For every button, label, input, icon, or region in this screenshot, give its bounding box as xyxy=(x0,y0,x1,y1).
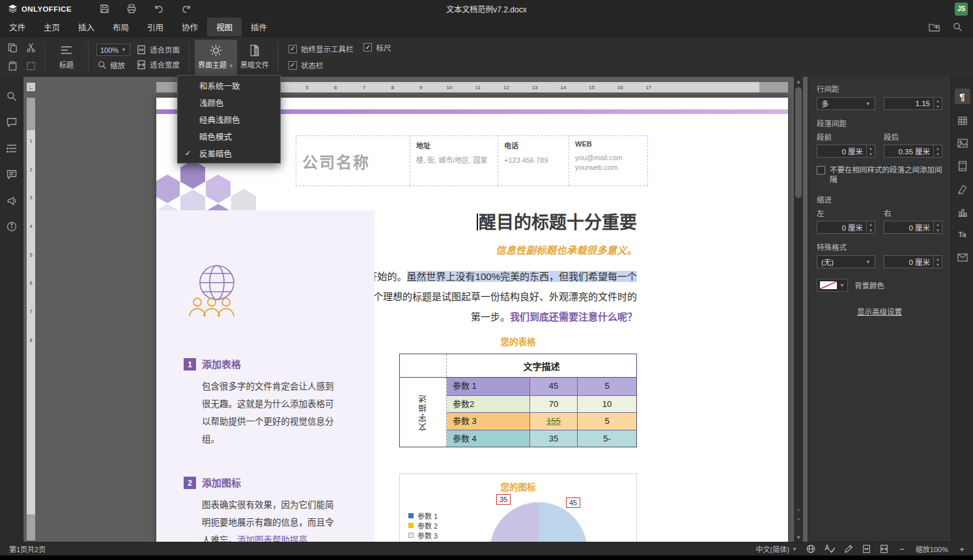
vertical-ruler[interactable]: 12345678 xyxy=(27,98,35,540)
paragraph-settings-icon[interactable]: ¶ xyxy=(955,89,970,104)
zoom-button[interactable]: 缩放 xyxy=(96,60,130,70)
parameters-table[interactable]: 文字描述 文字描述 参数 1 45 5 参数2 70 xyxy=(399,354,637,447)
image-settings-icon[interactable] xyxy=(956,137,969,150)
set-language-icon[interactable] xyxy=(806,544,815,553)
paste-button[interactable] xyxy=(4,58,21,75)
indent-left-spinner[interactable]: 0 厘米 ▲▼ xyxy=(817,221,875,234)
advanced-settings-link[interactable]: 显示高级设置 xyxy=(857,308,902,316)
theme-menu-item[interactable]: ✓ 和系统一致 xyxy=(178,77,280,94)
text-art-settings-icon[interactable]: Ta xyxy=(956,228,969,241)
fit-page-status-icon[interactable] xyxy=(862,544,871,553)
copy-button[interactable] xyxy=(4,40,21,57)
about-icon[interactable] xyxy=(5,220,18,233)
menu-tab[interactable]: 插件 xyxy=(242,18,276,36)
zoom-select[interactable]: 100%▼ xyxy=(96,44,130,56)
spacing-before-spinner[interactable]: 0 厘米 ▲▼ xyxy=(817,145,875,158)
menu-tab[interactable]: 引用 xyxy=(138,18,173,36)
chevron-down-icon: ▼ xyxy=(229,63,234,69)
mail-merge-icon[interactable] xyxy=(956,251,969,264)
chart-legend-item: 参数 2 xyxy=(408,520,438,530)
section-title: 添加表格 xyxy=(202,357,339,371)
feedback-icon[interactable] xyxy=(5,194,18,207)
spinner-arrows[interactable]: ▲▼ xyxy=(933,221,942,233)
before-label: 段前 xyxy=(817,132,875,142)
line-spacing-select[interactable]: 多▼ xyxy=(817,97,875,110)
zoom-in-button[interactable]: + xyxy=(957,544,966,554)
tab-stop-selector[interactable]: ∟ xyxy=(27,83,35,91)
next-page-button[interactable]: » xyxy=(794,514,803,524)
scrollbar-thumb[interactable] xyxy=(795,87,802,198)
theme-menu-item[interactable]: ✓ 经典浅颜色 xyxy=(178,111,280,128)
spell-check-icon[interactable] xyxy=(825,544,835,553)
theme-menu-item[interactable]: ✓ 暗色模式 xyxy=(178,128,280,145)
checkbox-ruler[interactable]: ✓ 标尺 xyxy=(363,42,391,53)
open-file-location-icon[interactable] xyxy=(927,21,940,34)
line-spacing-value-spinner[interactable]: 1.15 ▲▼ xyxy=(884,97,942,110)
zoom-out-button[interactable]: − xyxy=(897,544,907,554)
dark-document-icon xyxy=(249,44,260,57)
interface-theme-button[interactable]: 界面主题 ▼ xyxy=(195,40,237,75)
chart-settings-icon[interactable] xyxy=(956,205,969,218)
chat-icon[interactable] xyxy=(5,168,18,181)
vertical-scrollbar[interactable]: ▲ « » ▼ xyxy=(794,77,803,542)
spinner-arrows[interactable]: ▲▼ xyxy=(933,256,942,268)
table-settings-icon[interactable] xyxy=(956,114,969,127)
menu-tab[interactable]: 主页 xyxy=(35,18,69,36)
previous-page-button[interactable]: « xyxy=(794,505,803,514)
shape-settings-icon[interactable] xyxy=(956,182,969,195)
search-icon[interactable] xyxy=(951,21,964,34)
indent-right-spinner[interactable]: 0 厘米 ▲▼ xyxy=(884,221,942,234)
pie-chart-frame[interactable]: 您的图标 参数 1 参数 2 参数 3 xyxy=(399,473,637,542)
menu-tab[interactable]: 视图 xyxy=(207,18,242,36)
special-format-spinner[interactable]: 0 厘米 ▲▼ xyxy=(884,255,942,268)
background-color-picker[interactable]: ▼ xyxy=(817,279,848,292)
scroll-down-button[interactable]: ▼ xyxy=(794,533,803,542)
header-footer-settings-icon[interactable] xyxy=(956,160,969,173)
select-all-button[interactable] xyxy=(22,58,39,75)
indent-label: 缩进 xyxy=(817,194,942,204)
spacing-after-spinner[interactable]: 0.35 厘米 ▲▼ xyxy=(884,145,942,158)
section-number-badge: 1 xyxy=(184,358,196,371)
toolbar-separator xyxy=(189,42,190,72)
track-changes-icon[interactable] xyxy=(844,544,853,553)
fit-page-button[interactable]: 适合页面 xyxy=(137,44,180,55)
menu-tab[interactable]: 协作 xyxy=(173,18,207,36)
checkbox-always-show-toolbar[interactable]: ✓ 始终显示工具栏 xyxy=(289,44,354,54)
print-button[interactable] xyxy=(125,3,138,16)
dark-document-button[interactable]: 黑暗文件 xyxy=(237,40,272,75)
undo-button[interactable] xyxy=(152,3,165,16)
fit-width-button[interactable]: 适合宽度 xyxy=(137,59,180,70)
spinner-arrows[interactable]: ▲▼ xyxy=(866,145,875,157)
menu-tab[interactable]: 文件 xyxy=(0,18,35,36)
search-icon[interactable] xyxy=(5,90,18,103)
spinner-arrows[interactable]: ▲▼ xyxy=(933,145,942,157)
user-avatar[interactable]: JS xyxy=(955,3,968,16)
navigation-headings-icon[interactable] xyxy=(5,142,18,155)
comments-icon[interactable] xyxy=(5,116,18,129)
theme-menu-item[interactable]: ✓ 反差暗色 xyxy=(178,145,280,161)
no-gap-checkbox[interactable]: 不要在相同样式的段落之间添加间隔 xyxy=(817,165,942,185)
contact-column: WEB you@mail.com yourweb.com xyxy=(569,135,648,186)
section-text: 包含很多字的文件肯定会让人感到很无趣。这就是为什么添加表格可以帮助提供一个更好的… xyxy=(202,378,339,448)
redo-button[interactable] xyxy=(180,3,193,16)
page-indicator[interactable]: 第1页共2页 xyxy=(0,544,46,554)
document-page[interactable]: 公司名称 地址 楼, 街, 城市/地区, 国家 电话 +123 456 789 xyxy=(156,98,788,542)
scroll-up-button[interactable]: ▲ xyxy=(794,77,803,86)
spinner-arrows[interactable]: ▲▼ xyxy=(933,98,942,109)
menu-tab[interactable]: 布局 xyxy=(104,18,138,36)
cut-button[interactable] xyxy=(22,40,39,57)
zoom-level-label[interactable]: 缩放100% xyxy=(916,544,948,554)
headings-button[interactable]: 标题 xyxy=(50,40,83,75)
fit-width-status-icon[interactable] xyxy=(880,544,888,553)
special-format-select[interactable]: (无)▼ xyxy=(817,255,875,268)
spinner-arrows[interactable]: ▲▼ xyxy=(866,221,875,233)
company-header: 公司名称 地址 楼, 街, 城市/地区, 国家 电话 +123 456 789 xyxy=(296,135,648,186)
theme-menu-item[interactable]: ✓ 浅颜色 xyxy=(178,94,280,111)
checkbox-status-bar[interactable]: ✓ 状态栏 xyxy=(289,60,354,70)
section-link[interactable]: 添加图表帮助提高 xyxy=(237,535,307,542)
fit-page-icon xyxy=(137,45,146,55)
menu-tab[interactable]: 插入 xyxy=(69,18,104,36)
language-selector[interactable]: 中文(简体)▼ xyxy=(756,544,797,554)
save-button[interactable] xyxy=(98,3,111,16)
table-cell-value2: 10 xyxy=(577,395,636,413)
